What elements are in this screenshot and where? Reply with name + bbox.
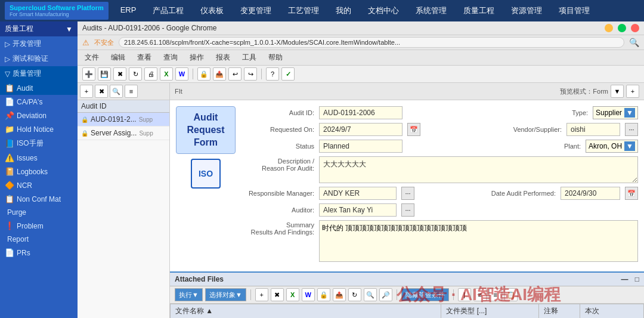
toolbar-redo-button[interactable]: ↪: [244, 67, 257, 81]
select-object-button[interactable]: 选择对象▼: [205, 288, 246, 301]
attached-minimize-icon[interactable]: —: [621, 275, 628, 283]
attach-rotate-button[interactable]: ↻: [348, 288, 361, 301]
sidebar-item-ISO[interactable]: 📘 ISO手册: [0, 136, 78, 151]
auditor-lookup-button[interactable]: ···: [401, 203, 414, 217]
attached-maximize-icon[interactable]: □: [635, 275, 639, 283]
nav-item-质量工程[interactable]: 质量工程: [461, 4, 497, 17]
nav-item-产品工程[interactable]: 产品工程: [150, 4, 186, 17]
browser-title: Audits - AUD-0191-2006 - Google Chrome: [82, 24, 216, 32]
sidebar-item-PRs[interactable]: 📄 PRs: [0, 246, 78, 260]
toolbar-add-button[interactable]: ➕: [82, 67, 95, 81]
url-bar[interactable]: 218.245.61.108/scplm/front/X-cache=scplm…: [119, 37, 624, 48]
vendor-lookup-button[interactable]: ···: [625, 123, 638, 136]
sidebar-group-label: 质量管理: [13, 69, 41, 79]
responsible-manager-row: Responsible Manager: ANDY KER ··· Date A…: [243, 187, 638, 200]
attach-unlock-button[interactable]: 📤: [333, 288, 346, 301]
sidebar-item-CAPAs[interactable]: 📄 CA/PA's: [0, 95, 78, 109]
sidebar-item-Report[interactable]: Report: [0, 233, 78, 246]
toolbar-separator: [261, 69, 262, 79]
list-item[interactable]: 🔒 AUD-0191-2... Supp: [78, 113, 169, 126]
execute-button[interactable]: 执行▼: [175, 288, 203, 301]
menu-item-文件[interactable]: 文件: [82, 51, 101, 64]
attach-excel-button[interactable]: X: [286, 288, 299, 301]
col-filetype: 文件类型 [...]: [441, 304, 539, 319]
menu-item-编辑[interactable]: 编辑: [109, 51, 128, 64]
sidebar-item-HoldNotice[interactable]: 📁 Hold Notice: [0, 122, 78, 136]
preview-expand-btn[interactable]: +: [626, 85, 639, 98]
sidebar-item-Purge[interactable]: Purge: [0, 206, 78, 219]
attach-lock-button[interactable]: 🔒: [317, 288, 330, 301]
toolbar-check-button[interactable]: ✓: [281, 67, 295, 81]
plant-select[interactable]: Akron, OH ▼: [586, 140, 638, 153]
maximize-button[interactable]: [618, 24, 626, 32]
attach-delete-button[interactable]: ✖: [271, 288, 284, 301]
app-menu-bar: 文件编辑查看查询操作报表工具帮助: [78, 50, 644, 66]
toolbar-print-button[interactable]: 🖨: [144, 67, 157, 81]
nav-item-系统管理[interactable]: 系统管理: [413, 4, 449, 17]
preview-dropdown-btn[interactable]: ▼: [611, 85, 624, 98]
menu-item-工具[interactable]: 工具: [240, 51, 259, 64]
attach-view3-button[interactable]: ≡: [489, 288, 502, 301]
toolbar-help-button[interactable]: ?: [266, 67, 279, 81]
manager-lookup-button[interactable]: ···: [401, 187, 414, 200]
close-button[interactable]: [631, 24, 639, 32]
sidebar-item-Logbooks[interactable]: 📔 Logbooks: [0, 165, 78, 178]
toolbar-undo-button[interactable]: ↩: [228, 67, 242, 81]
toolbar-delete-button[interactable]: ✖: [113, 67, 126, 81]
browser-controls: [605, 24, 639, 32]
sidebar-group-devmgmt[interactable]: ▷ 开发管理: [0, 36, 78, 51]
nav-item-仪表板[interactable]: 仪表板: [198, 4, 226, 17]
list-more-button[interactable]: ≡: [125, 85, 138, 98]
attach-view4-button[interactable]: 📋: [504, 288, 518, 301]
list-search-button[interactable]: 🔍: [110, 85, 123, 98]
sidebar-item-Problem[interactable]: ❗ Problem: [0, 219, 78, 233]
nav-item-ERP[interactable]: ERP: [118, 4, 139, 17]
toolbar-refresh-button[interactable]: ↻: [129, 67, 142, 81]
toolbar-save-button[interactable]: 💾: [98, 67, 111, 81]
filter-button[interactable]: 隐藏筛查条件: [401, 288, 449, 301]
date-audit-calendar-button[interactable]: 📅: [625, 187, 638, 200]
sidebar-group-qualitymgmt[interactable]: ▽ 质量管理: [0, 66, 78, 81]
attach-search2-button[interactable]: 🔎: [379, 288, 392, 301]
sidebar-item-Issues[interactable]: ⚠️ Issues: [0, 151, 78, 165]
nav-item-文档中心[interactable]: 文档中心: [366, 4, 401, 17]
responsible-manager-label: Responsible Manager:: [243, 190, 314, 197]
attach-add-button[interactable]: +: [255, 288, 268, 301]
sidebar-item-Audit[interactable]: 📋 Audit: [0, 81, 78, 95]
attach-search1-button[interactable]: 🔍: [364, 288, 377, 301]
menu-item-操作[interactable]: 操作: [187, 51, 206, 64]
description-label: Description /Reason For Audit:: [243, 156, 314, 172]
attach-word-button[interactable]: W: [302, 288, 315, 301]
attach-view2-button[interactable]: ≡: [473, 288, 487, 301]
list-add-button[interactable]: +: [80, 85, 93, 98]
description-textarea[interactable]: 大大大大大大: [319, 156, 638, 183]
nav-item-我的[interactable]: 我的: [333, 4, 354, 17]
sidebar-item-icon: 📄: [5, 248, 14, 257]
toolbar-excel-button[interactable]: X: [160, 67, 173, 81]
sidebar-item-NCR[interactable]: 🔶 NCR: [0, 178, 78, 192]
sidebar-item-label: Hold Notice: [17, 125, 54, 134]
toolbar-lock-button[interactable]: 🔒: [197, 67, 210, 81]
toolbar-word-button[interactable]: W: [175, 67, 188, 81]
toolbar-export-button[interactable]: 📤: [213, 67, 226, 81]
sidebar-group-testandverify[interactable]: ▷ 测试和验证: [0, 51, 78, 66]
nav-item-项目管理[interactable]: 项目管理: [556, 4, 592, 17]
list-delete-button[interactable]: ✖: [95, 85, 108, 98]
attach-view1-button[interactable]: |: [458, 288, 471, 301]
preview-mode: 预览模式：Form ▼ +: [560, 85, 639, 98]
nav-item-工艺管理[interactable]: 工艺管理: [286, 4, 321, 17]
menu-item-帮助[interactable]: 帮助: [266, 51, 285, 64]
menu-item-查看[interactable]: 查看: [135, 51, 154, 64]
sidebar-item-Deviation[interactable]: 📌 Deviation: [0, 109, 78, 122]
nav-item-变更管理[interactable]: 变更管理: [238, 4, 274, 17]
nav-item-资源管理[interactable]: 资源管理: [509, 4, 544, 17]
menu-item-查询[interactable]: 查询: [161, 51, 180, 64]
sidebar-section-quality[interactable]: 质量工程 ▼: [0, 21, 78, 36]
list-item[interactable]: 🔒 Server Assig... Supp: [78, 126, 169, 140]
sidebar-item-NonConfMat[interactable]: 📋 Non Conf Mat: [0, 192, 78, 206]
menu-item-报表[interactable]: 报表: [213, 51, 233, 64]
sidebar-item-label: PRs: [17, 249, 30, 257]
requested-on-calendar-button[interactable]: 📅: [407, 123, 420, 136]
minimize-button[interactable]: [605, 24, 613, 32]
type-select[interactable]: Supplier ▼: [593, 106, 638, 119]
